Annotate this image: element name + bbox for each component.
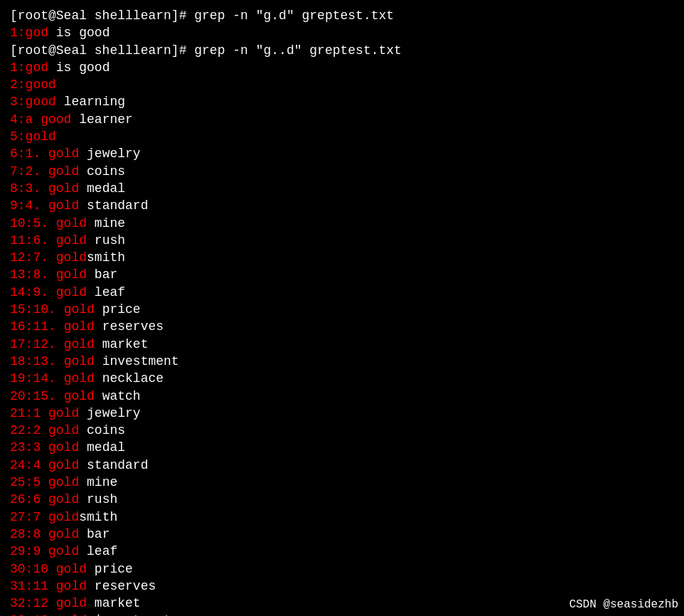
line-num: 19:14. bbox=[10, 371, 64, 386]
output-text: price bbox=[95, 302, 141, 317]
output-text: mine bbox=[87, 216, 125, 230]
terminal-line: [root@Seal shelllearn]# grep -n "g.d" gr… bbox=[10, 7, 674, 24]
match-word: gold bbox=[48, 147, 79, 161]
line-num: 29:9 bbox=[10, 544, 48, 558]
terminal-line: 28:8 gold bar bbox=[10, 526, 674, 543]
output-text: standard bbox=[79, 458, 148, 472]
match-word: gold bbox=[48, 198, 79, 213]
match-word: gold bbox=[56, 233, 87, 248]
output-text: rush bbox=[87, 233, 125, 248]
terminal-line: 21:1 gold jewelry bbox=[10, 405, 674, 422]
match-word: gold bbox=[56, 596, 87, 610]
line-num: 15:10. bbox=[10, 302, 64, 317]
terminal-line: 31:11 gold reserves bbox=[10, 578, 674, 595]
line-num: 11:6. bbox=[10, 233, 56, 248]
match-word: good bbox=[26, 78, 56, 92]
line-num: 1: bbox=[10, 26, 26, 40]
match-word: gold bbox=[48, 423, 79, 437]
output-text: bar bbox=[79, 527, 109, 541]
command: grep -n "g.d" greptest.txt bbox=[186, 9, 394, 23]
match-word: gold bbox=[48, 164, 79, 179]
match-word: gold bbox=[64, 371, 95, 386]
output-text: medal bbox=[79, 181, 125, 196]
terminal-line: 10:5. gold mine bbox=[10, 215, 674, 232]
terminal-line: 17:12. gold market bbox=[10, 336, 674, 353]
terminal-line: 23:3 gold medal bbox=[10, 439, 674, 456]
line-num: 33:13 bbox=[10, 613, 56, 616]
output-text: reserves bbox=[87, 579, 156, 593]
terminal-line: 30:10 gold price bbox=[10, 561, 674, 578]
line-num: 17:12. bbox=[10, 337, 64, 351]
output-text: medal bbox=[79, 440, 125, 455]
terminal-window: [root@Seal shelllearn]# grep -n "g.d" gr… bbox=[6, 4, 678, 616]
terminal-line: [root@Seal shelllearn]# grep -n "g..d" g… bbox=[10, 42, 674, 59]
output-text: is good bbox=[48, 60, 109, 75]
line-num: 12:7. bbox=[10, 250, 56, 265]
output-text: market bbox=[95, 337, 149, 351]
terminal-line: 15:10. gold price bbox=[10, 301, 674, 318]
match-word: gold bbox=[64, 337, 95, 351]
output-text: investment bbox=[87, 613, 171, 616]
line-num: 21:1 bbox=[10, 406, 48, 420]
line-num: 5: bbox=[10, 129, 26, 144]
match-word: gold bbox=[48, 527, 79, 541]
terminal-line: 25:5 gold mine bbox=[10, 474, 674, 491]
match-word: gold bbox=[48, 475, 79, 489]
line-num: 30:10 bbox=[10, 562, 56, 576]
match-word: gold bbox=[64, 319, 95, 334]
output-text: standard bbox=[79, 198, 148, 213]
line-num: 1: bbox=[10, 60, 26, 75]
line-num: 2: bbox=[10, 78, 26, 92]
line-num: 14:9. bbox=[10, 285, 56, 299]
line-num: 22:2 bbox=[10, 423, 48, 437]
terminal-line: 4:a good learner bbox=[10, 111, 674, 128]
terminal-line: 11:6. gold rush bbox=[10, 232, 674, 249]
output-text: investment bbox=[95, 354, 179, 368]
line-num: 4:a bbox=[10, 112, 41, 127]
terminal-line: 7:2. gold coins bbox=[10, 163, 674, 180]
output-text: jewelry bbox=[79, 147, 140, 161]
output-text: smith bbox=[79, 510, 117, 524]
terminal-line: 22:2 gold coins bbox=[10, 422, 674, 439]
output-text: leaf bbox=[79, 544, 117, 558]
output-text: necklace bbox=[95, 371, 164, 386]
output-text: bar bbox=[87, 267, 117, 282]
terminal-line: 6:1. gold jewelry bbox=[10, 145, 674, 162]
match-word: god bbox=[26, 26, 48, 40]
match-word: gold bbox=[48, 406, 79, 420]
terminal-line: 5:gold bbox=[10, 128, 674, 145]
match-word: gold bbox=[56, 579, 87, 593]
terminal-line: 9:4. gold standard bbox=[10, 197, 674, 214]
match-word: gold bbox=[56, 285, 87, 299]
prompt: [root@Seal shelllearn]# bbox=[10, 9, 186, 23]
terminal-line: 27:7 goldsmith bbox=[10, 509, 674, 526]
footer-branding: CSDN @seasidezhb bbox=[563, 595, 684, 616]
terminal-line: 24:4 gold standard bbox=[10, 457, 674, 474]
line-num: 3: bbox=[10, 95, 26, 109]
output-text: smith bbox=[87, 250, 125, 265]
terminal-line: 26:6 gold rush bbox=[10, 491, 674, 508]
line-num: 24:4 bbox=[10, 458, 48, 472]
terminal-line: 18:13. gold investment bbox=[10, 353, 674, 370]
output-text: learner bbox=[71, 112, 132, 127]
match-word: good bbox=[26, 95, 56, 109]
terminal-line: 20:15. gold watch bbox=[10, 388, 674, 405]
terminal-line: 16:11. gold reserves bbox=[10, 318, 674, 335]
terminal-line: 8:3. gold medal bbox=[10, 180, 674, 197]
match-word: gold bbox=[48, 492, 79, 506]
terminal-line: 3:good learning bbox=[10, 93, 674, 110]
command: grep -n "g..d" greptest.txt bbox=[186, 43, 401, 58]
line-num: 10:5. bbox=[10, 216, 56, 230]
terminal-line: 14:9. gold leaf bbox=[10, 284, 674, 301]
output-text: jewelry bbox=[79, 406, 140, 420]
output-text: rush bbox=[79, 492, 117, 506]
output-text: leaf bbox=[87, 285, 125, 299]
line-num: 23:3 bbox=[10, 440, 48, 455]
output-text: mine bbox=[79, 475, 117, 489]
line-num: 18:13. bbox=[10, 354, 64, 368]
output-text: price bbox=[87, 562, 133, 576]
terminal-line: 29:9 gold leaf bbox=[10, 543, 674, 560]
match-word: gold bbox=[56, 250, 87, 265]
match-word: good bbox=[41, 112, 71, 127]
match-word: gold bbox=[56, 216, 87, 230]
